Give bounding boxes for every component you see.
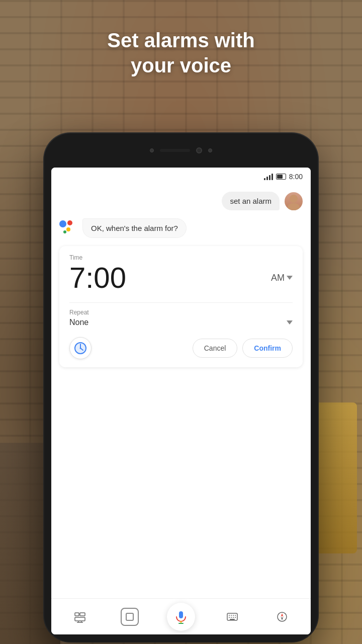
- headline-line2: your voice: [0, 53, 362, 78]
- alarm-ampm: AM: [271, 273, 285, 283]
- camera-bump: [136, 145, 226, 155]
- button-group: Cancel Confirm: [193, 339, 293, 358]
- signal-bar-4: [272, 174, 273, 180]
- keyboard-icon: [226, 611, 238, 623]
- assistant-logo: [59, 218, 77, 236]
- status-bar: 8:00: [51, 168, 311, 186]
- bottom-nav: [51, 598, 311, 634]
- phone-device: 8:00 set an alarm: [44, 133, 318, 641]
- user-avatar: [285, 192, 303, 210]
- assistant-dots: [59, 220, 75, 236]
- lens-inner: [126, 613, 134, 621]
- user-message-row: set an alarm: [59, 192, 303, 210]
- clock-svg: [73, 341, 87, 355]
- assistant-message-text: OK, when's the alarm for?: [91, 224, 178, 232]
- chat-area: set an alarm: [51, 186, 311, 598]
- repeat-row[interactable]: None: [69, 318, 293, 327]
- signal-bar-1: [264, 178, 265, 180]
- alarm-time-display: 7:00: [69, 263, 126, 292]
- repeat-value: None: [69, 318, 88, 327]
- nav-lens[interactable]: [118, 605, 142, 629]
- camera-lens: [196, 147, 202, 153]
- action-row: Cancel Confirm: [69, 337, 293, 359]
- alarm-card: Time 7:00 AM Repeat None: [59, 246, 303, 367]
- phone-screen: 8:00 set an alarm: [51, 168, 311, 634]
- signal-icon: [264, 173, 273, 180]
- page-headline: Set alarms with your voice: [0, 28, 362, 78]
- divider: [69, 302, 293, 303]
- dot-yellow: [66, 227, 70, 231]
- svg-marker-28: [281, 617, 283, 620]
- camera-sensor: [208, 148, 212, 152]
- svg-rect-8: [80, 613, 85, 616]
- svg-point-0: [290, 195, 298, 203]
- ampm-dropdown-arrow[interactable]: [287, 276, 293, 280]
- headline-line1: Set alarms with: [0, 28, 362, 53]
- assistant-message-row: OK, when's the alarm for?: [59, 218, 303, 238]
- nav-explore[interactable]: [68, 605, 92, 629]
- mic-icon: [174, 610, 188, 624]
- repeat-label: Repeat: [69, 309, 293, 316]
- battery-fill: [277, 175, 283, 179]
- speaker-dot: [150, 148, 154, 152]
- speaker-grille: [160, 149, 190, 152]
- svg-rect-7: [75, 613, 79, 616]
- svg-point-1: [288, 203, 300, 210]
- confirm-button[interactable]: Confirm: [242, 339, 293, 358]
- svg-rect-9: [75, 617, 85, 621]
- repeat-dropdown-arrow[interactable]: [287, 320, 293, 325]
- nav-mic[interactable]: [167, 603, 195, 631]
- clock-app-icon[interactable]: [69, 337, 92, 359]
- ampm-row[interactable]: AM: [271, 273, 293, 283]
- user-message-text: set an alarm: [230, 197, 272, 205]
- explore-icon: [74, 611, 86, 623]
- nav-compass[interactable]: [270, 605, 294, 629]
- phone-top-bar: [51, 133, 311, 168]
- time-label: Time: [69, 254, 293, 261]
- battery-icon: [276, 174, 286, 180]
- user-bubble: set an alarm: [222, 192, 280, 210]
- svg-rect-13: [179, 611, 183, 618]
- dot-green: [63, 230, 66, 233]
- compass-icon: [276, 611, 288, 623]
- dot-red: [67, 220, 72, 225]
- lens-icon: [121, 608, 139, 626]
- status-time: 8:00: [289, 173, 303, 181]
- dot-blue: [59, 220, 66, 227]
- signal-bar-2: [266, 177, 268, 180]
- svg-marker-27: [281, 613, 283, 617]
- cancel-button[interactable]: Cancel: [193, 339, 238, 358]
- alarm-time-row: 7:00 AM: [69, 263, 293, 292]
- avatar-svg: [285, 192, 303, 210]
- nav-keyboard[interactable]: [220, 605, 244, 629]
- avatar-image: [285, 192, 303, 210]
- signal-bar-3: [269, 175, 270, 180]
- assistant-bubble: OK, when's the alarm for?: [82, 218, 187, 238]
- svg-point-6: [80, 348, 81, 349]
